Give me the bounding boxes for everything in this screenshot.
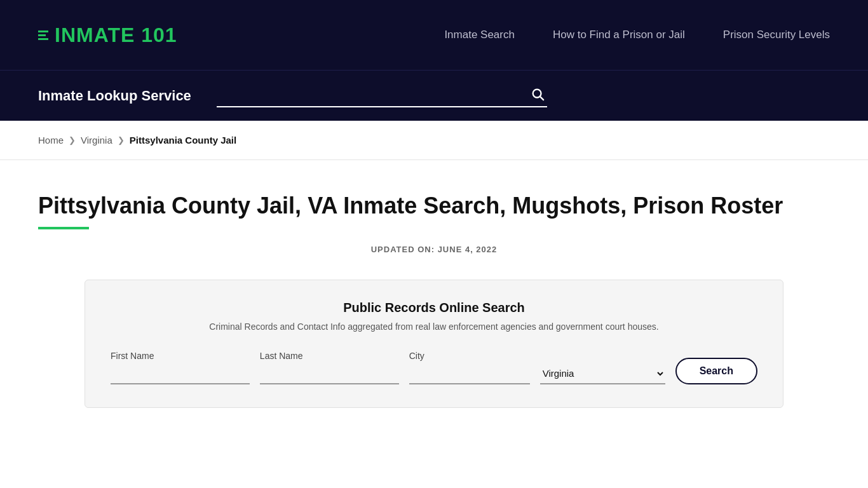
breadcrumb-chevron-2: ❯ [118,135,125,145]
breadcrumb-state[interactable]: Virginia [81,135,112,146]
breadcrumb: Home ❯ Virginia ❯ Pittsylvania County Ja… [38,135,830,146]
city-input[interactable] [409,365,530,384]
lookup-label: Inmate Lookup Service [38,88,191,104]
updated-date: UPDATED ON: JUNE 4, 2022 [38,245,830,254]
lookup-input-wrap [217,85,547,107]
svg-line-1 [540,97,543,100]
records-search-form: First Name Last Name City Virginia Alaba… [111,351,757,384]
breadcrumb-home[interactable]: Home [38,135,64,146]
nav-inmate-search[interactable]: Inmate Search [444,29,515,41]
nav-security-levels[interactable]: Prison Security Levels [723,29,830,41]
records-search-button[interactable]: Search [675,358,757,384]
breadcrumb-current: Pittsylvania County Jail [130,135,236,146]
site-header: INMATE 101 Inmate Search How to Find a P… [0,0,868,70]
search-box-title: Public Records Online Search [111,301,757,315]
nav-how-to-find[interactable]: How to Find a Prison or Jail [553,29,685,41]
breadcrumb-chevron-1: ❯ [69,135,76,145]
last-name-label: Last Name [260,351,399,361]
lookup-search-button[interactable] [528,85,547,104]
page-title: Pittsylvania County Jail, VA Inmate Sear… [38,192,830,219]
search-icon [531,87,545,101]
main-content: Pittsylvania County Jail, VA Inmate Sear… [0,160,868,433]
svg-point-0 [533,89,541,97]
state-field: Virginia Alabama Alaska Arizona Californ… [540,360,665,384]
first-name-label: First Name [111,351,250,361]
last-name-field: Last Name [260,351,399,384]
main-nav: Inmate Search How to Find a Prison or Ja… [444,29,830,41]
logo-icon [38,30,48,40]
public-records-search-box: Public Records Online Search Criminal Re… [85,280,783,408]
logo-text: INMATE 101 [55,24,177,47]
first-name-input[interactable] [111,365,250,384]
city-field: City [409,351,530,384]
city-label: City [409,351,530,361]
breadcrumb-bar: Home ❯ Virginia ❯ Pittsylvania County Ja… [0,121,868,160]
lookup-search-bar: Inmate Lookup Service [0,70,868,121]
last-name-input[interactable] [260,365,399,384]
lookup-search-input[interactable] [217,86,528,102]
site-logo[interactable]: INMATE 101 [38,24,177,47]
state-select[interactable]: Virginia Alabama Alaska Arizona Californ… [540,363,665,384]
first-name-field: First Name [111,351,250,384]
title-underline [38,227,89,229]
search-box-desc: Criminal Records and Contact Info aggreg… [111,322,757,332]
